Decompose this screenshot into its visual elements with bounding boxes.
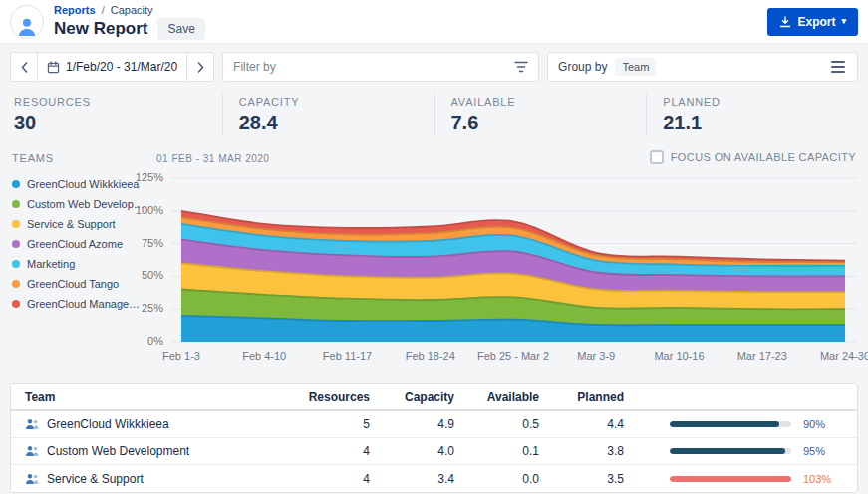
utilization-bar-track [670,421,791,427]
export-button[interactable]: Export ▾ [767,8,858,36]
legend-label: GreenCloud Wikkkieea [27,178,140,190]
capacity-cell: 3.4 [370,472,454,486]
breadcrumb-current: Capacity [111,4,153,16]
capacity-report-app: Reports / Capacity New Report Save Expor… [0,0,868,493]
resources-cell: 5 [280,417,370,431]
col-header-planned[interactable]: Planned [539,390,624,404]
utilization-percent: 95% [791,445,843,457]
user-icon [15,15,39,38]
table-header-row: Team Resources Capacity Available Planne… [11,384,857,411]
teams-panel-title: TEAMS [12,152,54,164]
y-axis-label: 75% [124,237,163,249]
team-name: Custom Web Development [47,444,189,458]
planned-cell: 3.8 [539,444,624,458]
team-name-cell: Service & Support [25,472,280,486]
next-period-button[interactable] [186,53,213,81]
download-icon [779,16,791,28]
legend-color-dot [12,280,20,288]
legend-label: GreenCloud Azome [27,238,123,250]
team-name-cell: Custom Web Development [25,444,280,458]
planned-cell: 4.4 [539,417,624,431]
col-header-available[interactable]: Available [454,390,539,404]
y-axis-label: 25% [124,302,163,314]
save-button[interactable]: Save [157,18,204,40]
legend-color-dot [12,220,20,228]
capacity-cell: 4.0 [370,444,454,458]
header-title-block: Reports / Capacity New Report Save [54,3,205,40]
x-axis-label: Feb 25 - Mar 2 [477,350,549,362]
legend-color-dot [12,300,20,308]
avatar[interactable] [10,5,44,39]
capacity-chart-section: TEAMS GreenCloud WikkkieeaCustom Web Dev… [0,150,868,373]
col-header-team[interactable]: Team [25,390,280,404]
utilization-bar-cell [624,448,791,454]
capacity-table: Team Resources Capacity Available Planne… [10,383,858,493]
focus-checkbox[interactable] [650,150,664,164]
breadcrumb: Reports / Capacity [54,3,205,17]
x-axis-label: Mar 10-16 [654,350,704,362]
header: Reports / Capacity New Report Save Expor… [0,0,868,44]
stat-label: RESOURCES [14,96,222,108]
breadcrumb-separator: / [102,4,105,16]
capacity-cell: 4.9 [370,417,454,431]
page-title: New Report [54,19,147,39]
date-range-display[interactable]: 1/Feb/20 - 31/Mar/20 [38,60,186,74]
prev-period-button[interactable] [11,53,38,81]
utilization-percent: 90% [791,418,843,430]
utilization-percent: 103% [791,473,843,485]
utilization-bar-cell [624,421,791,427]
chart-title: 01 FEB - 31 MAR 2020 [156,153,269,164]
y-axis-label: 125% [124,171,163,183]
focus-checkbox-label: FOCUS ON AVAILABLE CAPACITY [671,151,856,163]
team-icon [25,473,39,485]
table-row[interactable]: Custom Web Development44.00.13.895% [11,438,857,465]
stat-label: AVAILABLE [451,96,647,108]
resources-cell: 4 [280,472,370,486]
calendar-icon [47,61,60,74]
utilization-bar-fill [670,448,785,454]
date-range-picker: 1/Feb/20 - 31/Mar/20 [10,52,214,82]
chevron-down-icon: ▾ [841,17,846,26]
stat-value: 28.4 [239,112,434,134]
summary-stats: RESOURCES 30 CAPACITY 28.4 AVAILABLE 7.6… [0,82,868,136]
available-cell: 0.5 [454,417,539,431]
y-axis-label: 50% [124,269,163,281]
filter-bar [222,52,539,82]
stat-value: 21.1 [663,112,858,134]
utilization-bar-track [670,448,791,454]
toolbar: 1/Feb/20 - 31/Mar/20 Group by Team [0,44,868,82]
utilization-bar-cell [624,476,791,482]
table-row[interactable]: Service & Support43.40.03.5103% [11,465,857,492]
utilization-bar-fill [670,421,779,427]
title-row: New Report Save [54,18,205,40]
available-cell: 0.0 [454,472,539,486]
legend-item[interactable]: Service & Support [12,214,161,234]
utilization-bar-fill [670,476,791,482]
team-icon [25,445,39,457]
legend-label: Marketing [27,258,75,270]
stat-value: 7.6 [451,112,647,134]
legend-label: GreenCloud Tango [27,278,119,290]
filter-input[interactable] [233,60,514,74]
resources-cell: 4 [280,444,370,458]
capacity-area-chart[interactable] [171,174,857,344]
breadcrumb-reports-link[interactable]: Reports [54,4,96,16]
team-name: GreenCloud Wikkkieea [47,417,169,431]
col-header-resources[interactable]: Resources [280,390,370,404]
date-range-text: 1/Feb/20 - 31/Mar/20 [66,60,177,74]
x-axis-label: Feb 4-10 [242,350,286,362]
chart-plot-area: 0%25%50%75%100%125%Feb 1-3Feb 4-10Feb 11… [171,174,857,344]
group-by-bar: Group by Team [547,52,858,82]
focus-available-capacity-toggle[interactable]: FOCUS ON AVAILABLE CAPACITY [650,150,856,164]
available-cell: 0.1 [454,444,539,458]
y-axis-label: 100% [124,204,163,216]
stat-planned: PLANNED 21.1 [646,94,858,136]
table-row[interactable]: GreenCloud Wikkkieea54.90.54.490% [11,411,857,438]
filter-icon[interactable] [514,61,528,73]
group-by-team-chip[interactable]: Team [615,58,656,76]
x-axis-label: Feb 1-3 [162,350,200,362]
capacity-table-body: GreenCloud Wikkkieea54.90.54.490%Custom … [11,411,857,492]
x-axis-label: Feb 11-17 [323,350,372,362]
col-header-capacity[interactable]: Capacity [370,390,454,404]
menu-icon[interactable] [829,57,847,77]
